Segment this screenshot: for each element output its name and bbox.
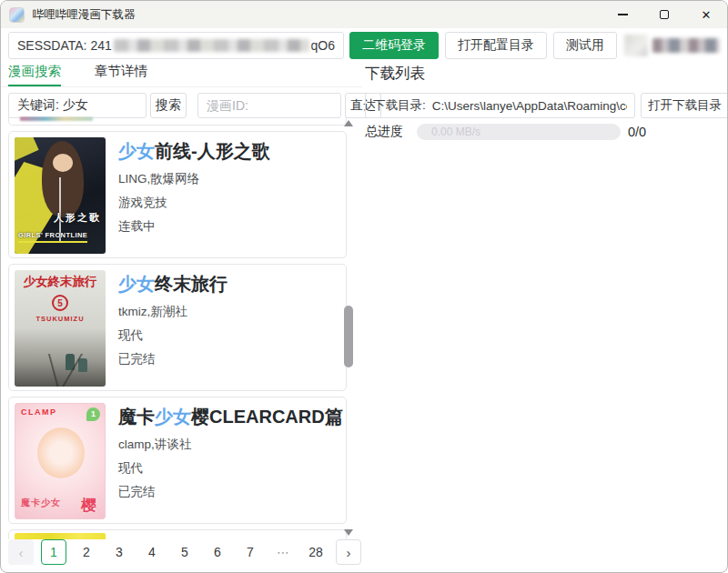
tab-bar: 漫画搜索 章节详情 — [1, 63, 362, 87]
tab-manga-search[interactable]: 漫画搜索 — [8, 63, 61, 86]
manga-genre: 现代 — [118, 460, 340, 476]
page-button-1[interactable]: 1 — [41, 539, 66, 565]
app-icon — [9, 7, 25, 23]
result-card[interactable]: 少女終末旅行 5 TSUKUMIZU 少女终末旅行 tkmiz,新潮社 现代 已… — [8, 264, 347, 391]
close-button[interactable]: ✕ — [685, 1, 727, 28]
manga-authors: clamp,讲谈社 — [118, 437, 340, 452]
user-avatar-censored — [624, 35, 648, 56]
cover-art-sliver — [20, 116, 93, 121]
scrollbar-thumb[interactable] — [344, 306, 353, 367]
manga-id-input[interactable] — [197, 93, 341, 118]
cover-shoujo-shuumatsu: 少女終末旅行 5 TSUKUMIZU — [15, 270, 106, 387]
page-next-button[interactable]: › — [336, 539, 361, 565]
minimize-button[interactable] — [602, 1, 643, 28]
total-progress-label: 总进度 — [365, 124, 403, 140]
scrolled-card-sliver — [8, 116, 347, 126]
download-dir-path: C:\Users\lanye\AppData\Roaming\com.l. — [432, 99, 627, 113]
download-dir-label: 下载目录: — [373, 97, 426, 114]
manga-status: 已完结 — [118, 484, 340, 499]
sessdata-prefix: SESSDATA: 241 — [17, 38, 112, 53]
user-name-censored — [652, 38, 720, 53]
cover-text: GIRLS' FRONTLINE — [18, 231, 87, 243]
manga-genre: 游戏竞技 — [118, 195, 270, 210]
minimize-icon — [618, 14, 628, 15]
pagination: ‹ 1 2 3 4 5 6 7 ⋯ 28 › — [8, 539, 361, 565]
test-button[interactable]: 测试用 — [553, 32, 617, 59]
sessdata-censored-value — [114, 39, 309, 52]
close-icon: ✕ — [702, 8, 712, 22]
result-card-partial[interactable] — [8, 529, 347, 539]
window-title: 哔哩哔哩漫画下载器 — [33, 7, 136, 23]
cover-art — [37, 427, 85, 478]
cover-text: 少女終末旅行 — [15, 274, 106, 290]
manga-authors: tkmiz,新潮社 — [118, 304, 228, 319]
cover-art — [42, 141, 84, 217]
open-config-dir-button[interactable]: 打开配置目录 — [445, 32, 547, 59]
title-rest: 樱CLEARCARD篇 — [191, 407, 343, 427]
page-button-4[interactable]: 4 — [139, 539, 165, 565]
manga-title: 少女前线-人形之歌 — [118, 139, 270, 163]
page-button-3[interactable]: 3 — [106, 539, 132, 565]
titlebar: 哔哩哔哩漫画下载器 ✕ — [1, 1, 727, 28]
manga-status: 连载中 — [118, 218, 270, 234]
qr-login-button[interactable]: 二维码登录 — [349, 32, 439, 59]
page-ellipsis[interactable]: ⋯ — [270, 539, 296, 565]
manga-genre: 现代 — [118, 327, 228, 343]
sessdata-suffix: qO6 — [311, 38, 335, 53]
cover-art — [53, 154, 73, 172]
result-card[interactable]: 人形之歌 GIRLS' FRONTLINE 少女前线-人形之歌 LING,散爆网… — [8, 131, 347, 258]
search-panel: 漫画搜索 章节详情 搜索 直达 人形之歌 GI — [1, 63, 362, 573]
title-rest: 前线-人形之歌 — [155, 141, 270, 161]
card-body: 少女前线-人形之歌 LING,散爆网络 游戏竞技 连载中 — [118, 137, 270, 252]
tab-chapter-detail[interactable]: 章节详情 — [95, 63, 147, 85]
manga-title: 魔卡少女樱CLEARCARD篇 — [118, 405, 340, 428]
manga-authors: LING,散爆网络 — [118, 171, 270, 186]
title-highlight: 少女 — [118, 274, 155, 294]
cover-text: 人形之歌 — [54, 211, 101, 225]
app-window: 哔哩哔哩漫画下载器 ✕ SESSDATA: 241 qO6 二维码登录 打开配置… — [0, 0, 728, 573]
maximize-button[interactable] — [643, 1, 685, 28]
page-button-2[interactable]: 2 — [74, 539, 99, 565]
search-row: 搜索 直达 — [8, 93, 362, 118]
user-info — [624, 35, 720, 56]
download-dir-row: 下载目录: C:\Users\lanye\AppData\Roaming\com… — [365, 93, 728, 118]
cover-text: CLAMP — [21, 407, 57, 417]
manga-status: 已完结 — [118, 351, 228, 367]
open-download-dir-button[interactable]: 打开下载目录 — [641, 93, 728, 118]
page-button-5[interactable]: 5 — [172, 539, 197, 565]
total-progress-row: 总进度 0.00 MB/s 0/0 — [365, 124, 728, 140]
cover-text: 樱 — [81, 495, 96, 516]
page-button-28[interactable]: 28 — [303, 539, 329, 565]
keyword-input[interactable] — [8, 93, 147, 118]
download-dir-box: 下载目录: C:\Users\lanye\AppData\Roaming\com… — [365, 93, 635, 118]
manga-title: 少女终末旅行 — [118, 272, 228, 296]
cover-art-yellow — [15, 533, 106, 539]
cover-text: 魔卡少女 — [21, 497, 61, 509]
title-highlight: 少女 — [118, 141, 155, 161]
result-card[interactable]: CLAMP 1 魔卡少女 樱 魔卡少女樱CLEARCARD篇 clamp,讲谈社… — [8, 397, 347, 524]
title-highlight: 少女 — [155, 407, 191, 427]
page-button-6[interactable]: 6 — [205, 539, 230, 565]
cover-volume: 5 — [52, 295, 68, 311]
download-panel: 下载列表 下载目录: C:\Users\lanye\AppData\Roamin… — [362, 63, 728, 573]
page-button-7[interactable]: 7 — [238, 539, 263, 565]
download-list-heading: 下载列表 — [365, 63, 728, 87]
page-prev-button[interactable]: ‹ — [8, 539, 34, 565]
card-body: 魔卡少女樱CLEARCARD篇 clamp,讲谈社 现代 已完结 — [118, 403, 340, 518]
scroll-down-arrow[interactable] — [344, 529, 353, 536]
card-body: 少女终末旅行 tkmiz,新潮社 现代 已完结 — [118, 270, 228, 385]
progress-count: 0/0 — [628, 125, 646, 139]
progress-speed: 0.00 MB/s — [431, 126, 480, 138]
list-scrollbar — [341, 116, 356, 539]
maximize-icon — [660, 10, 669, 19]
scroll-up-arrow[interactable] — [344, 120, 353, 126]
cover-volume: 1 — [86, 407, 100, 421]
search-button[interactable]: 搜索 — [150, 93, 187, 118]
cover-girls-frontline: 人形之歌 GIRLS' FRONTLINE — [15, 137, 106, 254]
window-controls: ✕ — [602, 1, 727, 28]
cover-art — [15, 354, 106, 387]
toolbar: SESSDATA: 241 qO6 二维码登录 打开配置目录 测试用 — [1, 28, 727, 63]
result-list: 人形之歌 GIRLS' FRONTLINE 少女前线-人形之歌 LING,散爆网… — [8, 116, 347, 539]
sessdata-input[interactable]: SESSDATA: 241 qO6 — [8, 32, 344, 59]
progress-bar: 0.00 MB/s — [417, 124, 621, 140]
